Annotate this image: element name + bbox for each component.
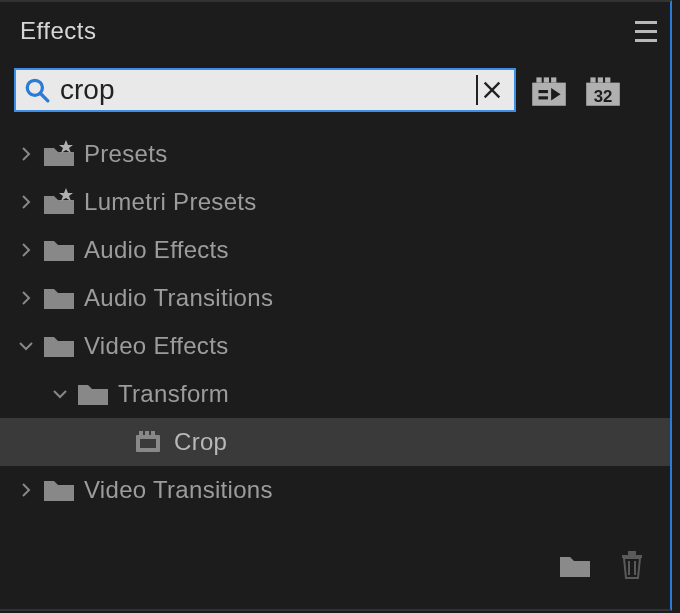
svg-rect-5 <box>544 77 549 82</box>
svg-rect-4 <box>536 77 541 82</box>
svg-rect-12 <box>598 77 603 82</box>
tree-item-label: Transform <box>118 380 229 408</box>
search-row: 32 <box>0 60 670 126</box>
svg-rect-13 <box>605 77 610 82</box>
folder-star-icon <box>38 140 80 168</box>
svg-marker-17 <box>59 188 73 201</box>
svg-text:32: 32 <box>594 87 613 106</box>
folder-icon <box>38 285 80 311</box>
tree-folder-video-transitions[interactable]: Video Transitions <box>0 466 670 514</box>
svg-point-0 <box>27 80 42 95</box>
effects-tree: Presets Lumetri Presets Audio Effects <box>0 126 670 514</box>
svg-rect-8 <box>539 90 548 93</box>
tree-item-label: Lumetri Presets <box>84 188 257 216</box>
preset-play-icon[interactable] <box>528 69 570 111</box>
preset-32-icon[interactable]: 32 <box>582 69 624 111</box>
tree-folder-video-effects[interactable]: Video Effects <box>0 322 670 370</box>
chevron-right-icon[interactable] <box>14 242 38 258</box>
folder-icon <box>38 237 80 263</box>
tree-item-label: Video Effects <box>84 332 228 360</box>
tree-effect-crop[interactable]: Crop <box>0 418 670 466</box>
effects-panel: Effects <box>0 0 672 611</box>
folder-icon <box>38 477 80 503</box>
tree-item-label: Crop <box>174 428 227 456</box>
svg-rect-20 <box>151 431 155 435</box>
svg-rect-19 <box>145 431 149 435</box>
chevron-right-icon[interactable] <box>14 194 38 210</box>
tree-item-label: Audio Effects <box>84 236 229 264</box>
menu-icon[interactable] <box>630 15 662 47</box>
chevron-down-icon[interactable] <box>14 338 38 354</box>
svg-rect-7 <box>532 83 566 106</box>
svg-rect-18 <box>139 431 143 435</box>
svg-line-2 <box>485 83 500 98</box>
clear-search-button[interactable] <box>478 76 506 104</box>
folder-icon <box>38 333 80 359</box>
svg-rect-9 <box>539 96 548 99</box>
search-box[interactable] <box>14 68 516 112</box>
svg-marker-16 <box>59 140 73 153</box>
svg-rect-6 <box>551 77 556 82</box>
svg-rect-11 <box>590 77 595 82</box>
tree-folder-presets[interactable]: Presets <box>0 130 670 178</box>
tree-folder-lumetri-presets[interactable]: Lumetri Presets <box>0 178 670 226</box>
new-bin-folder-icon[interactable] <box>558 551 592 585</box>
panel-footer <box>558 549 646 587</box>
search-icon <box>24 77 50 103</box>
folder-icon <box>72 381 114 407</box>
svg-rect-14 <box>586 83 620 106</box>
tree-item-label: Audio Transitions <box>84 284 273 312</box>
tree-folder-transform[interactable]: Transform <box>0 370 670 418</box>
svg-rect-23 <box>622 555 642 558</box>
tree-folder-audio-effects[interactable]: Audio Effects <box>0 226 670 274</box>
search-input[interactable] <box>50 70 482 110</box>
tree-item-label: Presets <box>84 140 167 168</box>
folder-star-icon <box>38 188 80 216</box>
tree-item-label: Video Transitions <box>84 476 273 504</box>
svg-rect-24 <box>628 551 636 555</box>
chevron-right-icon[interactable] <box>14 146 38 162</box>
trash-icon[interactable] <box>618 549 646 587</box>
svg-rect-21 <box>136 435 160 452</box>
chevron-right-icon[interactable] <box>14 482 38 498</box>
tree-folder-audio-transitions[interactable]: Audio Transitions <box>0 274 670 322</box>
panel-header: Effects <box>0 2 670 60</box>
chevron-right-icon[interactable] <box>14 290 38 306</box>
svg-line-3 <box>485 83 500 98</box>
svg-line-1 <box>40 93 48 101</box>
effect-brick-icon <box>128 429 170 455</box>
panel-title: Effects <box>20 17 96 45</box>
svg-rect-22 <box>140 439 156 448</box>
chevron-down-icon[interactable] <box>48 386 72 402</box>
svg-marker-10 <box>551 88 560 101</box>
